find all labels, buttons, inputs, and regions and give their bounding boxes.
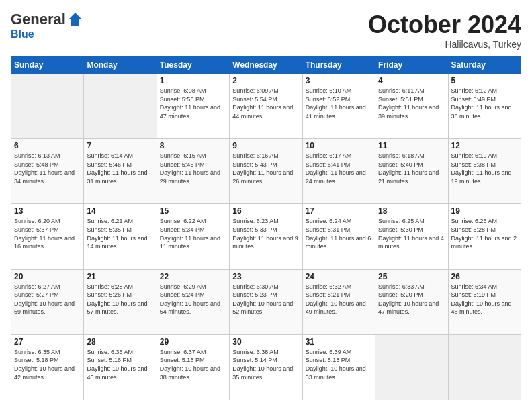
calendar-week-row: 1Sunrise: 6:08 AMSunset: 5:56 PMDaylight… — [11, 74, 521, 139]
calendar-cell: 24Sunrise: 6:32 AMSunset: 5:21 PMDayligh… — [302, 269, 375, 334]
calendar-cell: 27Sunrise: 6:35 AMSunset: 5:18 PMDayligh… — [11, 334, 84, 400]
calendar-cell — [11, 74, 84, 139]
calendar-cell: 5Sunrise: 6:12 AMSunset: 5:49 PMDaylight… — [448, 74, 521, 139]
cell-info: Sunrise: 6:29 AMSunset: 5:24 PMDaylight:… — [160, 283, 226, 316]
header: General Blue October 2024 Halilcavus, Tu… — [11, 11, 521, 50]
calendar-week-row: 13Sunrise: 6:20 AMSunset: 5:37 PMDayligh… — [11, 204, 521, 269]
calendar-header-saturday: Saturday — [448, 57, 521, 74]
month-title: October 2024 — [368, 11, 521, 39]
page: General Blue October 2024 Halilcavus, Tu… — [0, 0, 532, 411]
calendar-cell: 7Sunrise: 6:14 AMSunset: 5:46 PMDaylight… — [84, 139, 157, 204]
cell-info: Sunrise: 6:18 AMSunset: 5:40 PMDaylight:… — [378, 152, 445, 185]
cell-info: Sunrise: 6:10 AMSunset: 5:52 PMDaylight:… — [306, 87, 372, 120]
logo-blue-text: Blue — [11, 28, 34, 40]
calendar-cell: 16Sunrise: 6:23 AMSunset: 5:33 PMDayligh… — [230, 204, 302, 269]
svg-marker-0 — [69, 13, 82, 26]
calendar-cell: 4Sunrise: 6:11 AMSunset: 5:51 PMDaylight… — [375, 74, 448, 139]
cell-info: Sunrise: 6:19 AMSunset: 5:38 PMDaylight:… — [451, 152, 518, 185]
day-number: 20 — [14, 272, 81, 281]
day-number: 5 — [451, 76, 518, 85]
calendar-cell: 29Sunrise: 6:37 AMSunset: 5:15 PMDayligh… — [157, 334, 229, 400]
cell-info: Sunrise: 6:36 AMSunset: 5:16 PMDaylight:… — [87, 348, 153, 381]
day-number: 28 — [87, 337, 153, 347]
logo-general-text: General — [11, 11, 66, 28]
calendar-header-row: SundayMondayTuesdayWednesdayThursdayFrid… — [11, 57, 521, 74]
day-number: 10 — [306, 141, 372, 150]
logo-icon — [67, 11, 83, 28]
cell-info: Sunrise: 6:15 AMSunset: 5:45 PMDaylight:… — [160, 152, 226, 185]
day-number: 30 — [232, 337, 299, 347]
title-area: October 2024 Halilcavus, Turkey — [368, 11, 521, 50]
calendar-cell: 1Sunrise: 6:08 AMSunset: 5:56 PMDaylight… — [157, 74, 229, 139]
day-number: 3 — [306, 76, 372, 85]
day-number: 9 — [232, 141, 299, 150]
calendar-header-monday: Monday — [84, 57, 157, 74]
logo: General Blue — [11, 11, 83, 40]
cell-info: Sunrise: 6:33 AMSunset: 5:20 PMDaylight:… — [378, 283, 445, 316]
cell-info: Sunrise: 6:38 AMSunset: 5:14 PMDaylight:… — [232, 348, 299, 381]
calendar-header-tuesday: Tuesday — [157, 57, 229, 74]
calendar-week-row: 27Sunrise: 6:35 AMSunset: 5:18 PMDayligh… — [11, 334, 521, 400]
day-number: 17 — [306, 206, 372, 216]
cell-info: Sunrise: 6:17 AMSunset: 5:41 PMDaylight:… — [306, 152, 372, 185]
day-number: 4 — [378, 76, 445, 85]
calendar-cell: 26Sunrise: 6:34 AMSunset: 5:19 PMDayligh… — [448, 269, 521, 334]
calendar-cell: 12Sunrise: 6:19 AMSunset: 5:38 PMDayligh… — [448, 139, 521, 204]
calendar-table: SundayMondayTuesdayWednesdayThursdayFrid… — [11, 56, 521, 400]
day-number: 29 — [160, 337, 226, 347]
calendar-cell: 9Sunrise: 6:16 AMSunset: 5:43 PMDaylight… — [230, 139, 302, 204]
day-number: 6 — [14, 141, 81, 150]
day-number: 26 — [451, 272, 518, 281]
day-number: 1 — [160, 76, 226, 85]
day-number: 8 — [160, 141, 226, 150]
day-number: 2 — [232, 76, 299, 85]
day-number: 24 — [306, 272, 372, 281]
day-number: 12 — [451, 141, 518, 150]
cell-info: Sunrise: 6:12 AMSunset: 5:49 PMDaylight:… — [451, 87, 518, 120]
cell-info: Sunrise: 6:37 AMSunset: 5:15 PMDaylight:… — [160, 348, 226, 381]
calendar-cell — [84, 74, 157, 139]
calendar-cell: 28Sunrise: 6:36 AMSunset: 5:16 PMDayligh… — [84, 334, 157, 400]
cell-info: Sunrise: 6:24 AMSunset: 5:31 PMDaylight:… — [306, 217, 372, 250]
calendar-cell: 8Sunrise: 6:15 AMSunset: 5:45 PMDaylight… — [157, 139, 229, 204]
cell-info: Sunrise: 6:08 AMSunset: 5:56 PMDaylight:… — [160, 87, 226, 120]
day-number: 25 — [378, 272, 445, 281]
calendar-cell: 13Sunrise: 6:20 AMSunset: 5:37 PMDayligh… — [11, 204, 84, 269]
calendar-cell: 25Sunrise: 6:33 AMSunset: 5:20 PMDayligh… — [375, 269, 448, 334]
calendar-cell: 10Sunrise: 6:17 AMSunset: 5:41 PMDayligh… — [302, 139, 375, 204]
cell-info: Sunrise: 6:13 AMSunset: 5:48 PMDaylight:… — [14, 152, 81, 185]
cell-info: Sunrise: 6:39 AMSunset: 5:13 PMDaylight:… — [306, 348, 372, 381]
calendar-cell: 15Sunrise: 6:22 AMSunset: 5:34 PMDayligh… — [157, 204, 229, 269]
calendar-cell — [375, 334, 448, 400]
cell-info: Sunrise: 6:16 AMSunset: 5:43 PMDaylight:… — [232, 152, 299, 185]
calendar-week-row: 20Sunrise: 6:27 AMSunset: 5:27 PMDayligh… — [11, 269, 521, 334]
day-number: 14 — [87, 206, 153, 216]
cell-info: Sunrise: 6:25 AMSunset: 5:30 PMDaylight:… — [378, 217, 445, 250]
cell-info: Sunrise: 6:26 AMSunset: 5:28 PMDaylight:… — [451, 217, 518, 250]
calendar-header-thursday: Thursday — [302, 57, 375, 74]
calendar-cell: 2Sunrise: 6:09 AMSunset: 5:54 PMDaylight… — [230, 74, 302, 139]
cell-info: Sunrise: 6:22 AMSunset: 5:34 PMDaylight:… — [160, 217, 226, 250]
cell-info: Sunrise: 6:09 AMSunset: 5:54 PMDaylight:… — [232, 87, 299, 120]
calendar-cell: 19Sunrise: 6:26 AMSunset: 5:28 PMDayligh… — [448, 204, 521, 269]
day-number: 18 — [378, 206, 445, 216]
day-number: 23 — [232, 272, 299, 281]
calendar-cell — [448, 334, 521, 400]
calendar-cell: 21Sunrise: 6:28 AMSunset: 5:26 PMDayligh… — [84, 269, 157, 334]
calendar-header-friday: Friday — [375, 57, 448, 74]
calendar-header-wednesday: Wednesday — [230, 57, 302, 74]
cell-info: Sunrise: 6:27 AMSunset: 5:27 PMDaylight:… — [14, 283, 81, 316]
calendar-cell: 20Sunrise: 6:27 AMSunset: 5:27 PMDayligh… — [11, 269, 84, 334]
location-subtitle: Halilcavus, Turkey — [368, 39, 521, 50]
cell-info: Sunrise: 6:23 AMSunset: 5:33 PMDaylight:… — [232, 217, 299, 250]
calendar-header-sunday: Sunday — [11, 57, 84, 74]
calendar-cell: 6Sunrise: 6:13 AMSunset: 5:48 PMDaylight… — [11, 139, 84, 204]
day-number: 11 — [378, 141, 445, 150]
day-number: 16 — [232, 206, 299, 216]
cell-info: Sunrise: 6:30 AMSunset: 5:23 PMDaylight:… — [232, 283, 299, 316]
day-number: 19 — [451, 206, 518, 216]
day-number: 7 — [87, 141, 153, 150]
cell-info: Sunrise: 6:21 AMSunset: 5:35 PMDaylight:… — [87, 217, 153, 250]
calendar-cell: 31Sunrise: 6:39 AMSunset: 5:13 PMDayligh… — [302, 334, 375, 400]
calendar-cell: 11Sunrise: 6:18 AMSunset: 5:40 PMDayligh… — [375, 139, 448, 204]
